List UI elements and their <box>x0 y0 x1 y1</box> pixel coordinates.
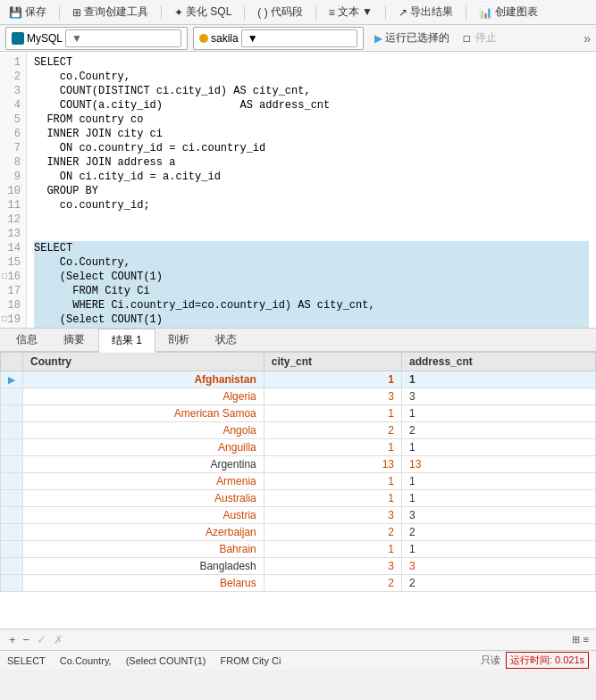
table-cell-12-0 <box>1 575 23 592</box>
table-row[interactable]: Bahrain11 <box>1 541 596 558</box>
table-cell-10-2: 1 <box>264 541 401 558</box>
table-cell-7-3: 1 <box>402 490 596 507</box>
list-icon: ≡ <box>583 634 589 646</box>
table-cell-10-1: Bahrain <box>23 541 264 558</box>
code-editor[interactable]: 1234567891011121314151617181920212223 SE… <box>0 52 596 329</box>
save-button[interactable]: 💾 保存 <box>5 3 50 21</box>
table-row[interactable]: Angola22 <box>1 422 596 439</box>
cancel-button[interactable]: ✗ <box>52 633 65 646</box>
code-line-20: FROM Address A <box>34 327 589 328</box>
run-selected-button[interactable]: ▶ 运行已选择的 <box>369 29 455 47</box>
table-cell-0-0: ▶ <box>1 371 23 388</box>
table-cell-1-3: 3 <box>402 388 596 405</box>
line-number-4: 4 <box>0 98 26 112</box>
line-number-10: 10 <box>0 184 26 198</box>
table-cell-8-3: 3 <box>402 507 596 524</box>
mysql-icon <box>12 32 24 45</box>
save-icon: 💾 <box>9 6 22 19</box>
text-icon: ≡ <box>329 6 335 19</box>
table-cell-3-0 <box>1 422 23 439</box>
bottom-actions: + − ✓ ✗ <box>7 633 65 646</box>
checkbox-stop[interactable]: □ <box>464 32 470 45</box>
table-cell-8-1: Austria <box>23 507 264 524</box>
confirm-button[interactable]: ✓ <box>35 633 48 646</box>
table-cell-9-3: 2 <box>402 524 596 541</box>
table-row[interactable]: ▶Afghanistan11 <box>1 371 596 388</box>
results-panel[interactable]: Countrycity_cntaddress_cnt ▶Afghanistan1… <box>0 352 596 629</box>
table-cell-6-3: 1 <box>402 473 596 490</box>
col-header-1: Country <box>23 353 264 371</box>
table-cell-1-0 <box>1 388 23 405</box>
line-number-9: 9 <box>0 170 26 184</box>
add-row-button[interactable]: + <box>7 633 18 646</box>
code-line-5: FROM country co <box>34 112 589 127</box>
grid-icon: ⊞ <box>572 634 580 646</box>
beautify-button[interactable]: ✦ 美化 SQL <box>171 3 235 21</box>
line-number-1: 1 <box>0 55 26 70</box>
tab-信息[interactable]: 信息 <box>4 329 51 351</box>
export-button[interactable]: ↗ 导出结果 <box>395 3 457 21</box>
runtime-display: 运行时间: 0.021s <box>506 652 589 669</box>
code-line-1: SELECT <box>34 55 589 70</box>
toolbar-separator-2 <box>161 5 162 20</box>
code-line-18: WHERE Ci.country_id=co.country_id) AS ci… <box>34 298 589 312</box>
table-row[interactable]: Belarus22 <box>1 575 596 592</box>
bottom-bar: + − ✓ ✗ ⊞ ≡ <box>0 629 596 650</box>
table-cell-3-1: Angola <box>23 422 264 439</box>
table-row[interactable]: Anguilla11 <box>1 439 596 456</box>
table-cell-11-2: 3 <box>264 558 401 575</box>
line-number-3: 3 <box>0 84 26 98</box>
table-cell-6-1: Armenia <box>23 473 264 490</box>
run-icon: ▶ <box>374 32 382 45</box>
status-sql-preview: SELECT Co.Country, (Select COUNT(1) FROM… <box>7 655 281 666</box>
query-builder-button[interactable]: ⊞ 查询创建工具 <box>69 3 152 21</box>
code-line-3: COUNT(DISTINCT ci.city_id) AS city_cnt, <box>34 84 589 98</box>
result-tabs: 信息摘要结果 1剖析状态 <box>0 329 596 352</box>
table-row[interactable]: Algeria33 <box>1 388 596 405</box>
table-cell-4-2: 1 <box>264 439 401 456</box>
line-number-18: 18 <box>0 298 26 312</box>
toolbar-separator-3 <box>244 5 245 20</box>
code-line-2: co.Country, <box>34 70 589 84</box>
line-number-11: 11 <box>0 198 26 212</box>
code-line-6: INNER JOIN city ci <box>34 127 589 141</box>
col-header-0 <box>1 353 23 371</box>
table-cell-2-2: 1 <box>264 405 401 422</box>
tab-摘要[interactable]: 摘要 <box>51 329 98 351</box>
col-header-2: city_cnt <box>264 353 401 371</box>
table-row[interactable]: Argentina1313 <box>1 456 596 473</box>
code-line-9: ON ci.city_id = a.city_id <box>34 170 589 184</box>
code-line-16: (Select COUNT(1) <box>34 270 589 284</box>
remove-row-button[interactable]: − <box>21 633 32 646</box>
query-builder-icon: ⊞ <box>72 6 81 19</box>
table-cell-5-0 <box>1 456 23 473</box>
code-text-area[interactable]: SELECT co.Country, COUNT(DISTINCT ci.cit… <box>27 52 596 328</box>
line-number-19: 19 <box>0 312 26 327</box>
tab-剖析[interactable]: 剖析 <box>155 329 203 351</box>
table-cell-2-3: 1 <box>402 405 596 422</box>
table-cell-8-2: 3 <box>264 507 401 524</box>
tab-结果_1[interactable]: 结果 1 <box>98 329 155 353</box>
table-row[interactable]: Azerbaijan22 <box>1 524 596 541</box>
tab-状态[interactable]: 状态 <box>203 329 250 351</box>
table-cell-5-2: 13 <box>264 456 401 473</box>
db-name-selector[interactable]: sakila ▼ <box>193 27 364 50</box>
code-line-14: SELECT <box>34 241 589 255</box>
code-line-10: GROUP BY <box>34 184 589 198</box>
db-type-selector[interactable]: MySQL ▼ <box>5 27 188 50</box>
code-snippet-button[interactable]: ( ) 代码段 <box>254 3 306 21</box>
table-cell-3-3: 2 <box>402 422 596 439</box>
table-cell-11-3: 3 <box>402 558 596 575</box>
table-row[interactable]: American Samoa11 <box>1 405 596 422</box>
code-line-13 <box>34 227 589 241</box>
table-cell-0-3: 1 <box>402 371 596 388</box>
line-number-20: 20 <box>0 327 26 329</box>
table-cell-12-1: Belarus <box>23 575 264 592</box>
table-row[interactable]: Australia11 <box>1 490 596 507</box>
table-row[interactable]: Bangladesh33 <box>1 558 596 575</box>
table-row[interactable]: Austria33 <box>1 507 596 524</box>
toolbar: 💾 保存 ⊞ 查询创建工具 ✦ 美化 SQL ( ) 代码段 ≡ 文本 ▼ ↗ … <box>0 0 596 25</box>
create-chart-button[interactable]: 📊 创建图表 <box>475 3 541 21</box>
text-menu-button[interactable]: ≡ 文本 ▼ <box>325 3 376 21</box>
table-row[interactable]: Armenia11 <box>1 473 596 490</box>
